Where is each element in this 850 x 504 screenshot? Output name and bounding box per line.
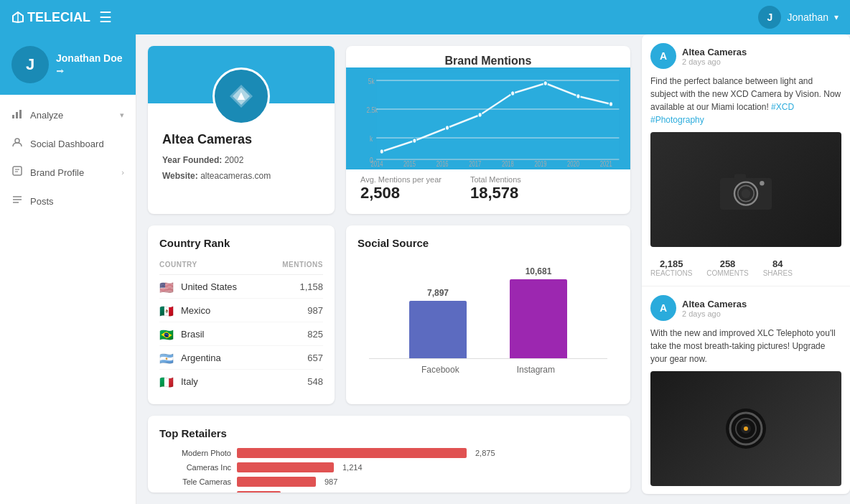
retailer-value: 2,875 <box>475 449 495 457</box>
svg-text:k: k <box>370 134 373 143</box>
facebook-value: 7,897 <box>427 288 449 298</box>
mentions-stats: Avg. Mentions per year 2,508 Total Menti… <box>346 169 630 214</box>
retailer-row: Cameras Inc 1,214 <box>159 462 619 472</box>
social-card-body: Social Source 7,897 10,681 Faceboo <box>346 225 630 389</box>
brand-card-header: ▲ <box>148 46 335 103</box>
logo: TELECIAL <box>11 10 90 25</box>
retailer-bar <box>237 448 467 458</box>
retailers-chart: Modern Photo 2,875 Cameras Inc 1,214 Tel… <box>159 448 619 493</box>
retailer-label: Modern Photo <box>159 449 231 457</box>
sidebar-item-label: Posts <box>30 196 54 207</box>
retailer-row: Tele Cameras 987 <box>159 477 619 487</box>
profile-info: Jonathan Doe ⮕ <box>56 52 123 77</box>
brand-logo-circle: ▲ <box>212 67 270 125</box>
post-image-2 <box>650 371 841 486</box>
post-time: 2 days ago <box>682 57 747 66</box>
svg-rect-6 <box>13 167 22 175</box>
svg-rect-39 <box>376 73 619 159</box>
social-source-card: Social Source 7,897 10,681 Faceboo <box>346 225 630 404</box>
row-2: Country Rank COUNTRY MENTIONS 🇺🇸 United … <box>148 225 630 404</box>
country-mentions: 987 <box>307 305 323 316</box>
brand-mentions-chart-svg: 5k 2.5k k 0 <box>352 73 625 167</box>
country-mentions: 1,158 <box>299 281 323 292</box>
country-name: Italy <box>181 376 307 387</box>
retailer-bar <box>237 462 334 472</box>
retailer-value: 1,214 <box>342 463 363 472</box>
country-flag: 🇮🇹 <box>159 375 175 387</box>
col-mentions: MENTIONS <box>282 261 323 269</box>
svg-rect-4 <box>19 110 22 118</box>
country-table-row: 🇮🇹 Italy 548 <box>159 370 323 393</box>
avg-mentions-stat: Avg. Mentions per year 2,508 <box>360 175 442 202</box>
sidebar-item-social-dashboard[interactable]: Social Dashboard <box>0 129 136 158</box>
sidebar-item-label: Analyze <box>30 110 63 121</box>
retailer-value: 547 <box>289 492 302 493</box>
analyze-icon <box>11 108 23 122</box>
retailer-label: Tele Cameras <box>159 477 231 486</box>
svg-text:2019: 2019 <box>535 160 547 167</box>
brand-name: Altea Cameras <box>162 132 320 147</box>
svg-rect-2 <box>12 115 14 118</box>
topnav-username: Jonathan <box>787 11 828 23</box>
retailer-row: Modern Photo 2,875 <box>159 448 619 458</box>
svg-text:2018: 2018 <box>502 160 514 167</box>
svg-text:2021: 2021 <box>600 160 612 167</box>
topnav-right: J Jonathan ▾ <box>758 6 839 29</box>
svg-text:2.5k: 2.5k <box>367 106 378 114</box>
shares-value: 84 <box>763 258 793 269</box>
country-table-row: 🇧🇷 Brasil 825 <box>159 322 323 346</box>
topnav-left: TELECIAL ☰ <box>11 9 112 26</box>
avg-value: 2,508 <box>360 184 442 202</box>
country-flag: 🇲🇽 <box>159 304 175 316</box>
avg-label: Avg. Mentions per year <box>360 175 442 184</box>
facebook-bar <box>409 301 467 358</box>
country-flag: 🇧🇷 <box>159 328 175 340</box>
retailer-bar <box>237 491 281 493</box>
country-table-row: 🇦🇷 Argentina 657 <box>159 346 323 370</box>
mentions-chart: 5k 2.5k k 0 <box>346 67 630 169</box>
retailer-row: Elec Kits 547 <box>159 491 619 493</box>
top-retailers-card: Top Retailers Modern Photo 2,875 Cameras… <box>148 416 630 493</box>
topnav-chevron-icon[interactable]: ▾ <box>834 12 839 22</box>
post-reactions: 2,185 REACTIONS 258 COMMENTS 84 SHARES <box>650 253 841 277</box>
post-meta: Altea Cameras 2 days ago <box>682 47 747 66</box>
posts-icon <box>11 194 23 208</box>
retailer-label: Cameras Inc <box>159 463 231 472</box>
country-table-header: COUNTRY MENTIONS <box>159 258 323 275</box>
svg-text:2015: 2015 <box>403 160 416 167</box>
brand-logo-icon: ▲ <box>227 82 256 111</box>
post-header: A Altea Cameras 2 days ago <box>650 295 841 321</box>
country-name: Brasil <box>181 329 307 340</box>
sidebar-item-analyze[interactable]: Analyze ▾ <box>0 101 136 129</box>
country-name: Mexico <box>181 305 307 316</box>
camera-image-icon <box>717 168 775 211</box>
hamburger-icon[interactable]: ☰ <box>99 9 112 26</box>
retailer-bar <box>237 477 316 487</box>
sidebar-item-brand-profile[interactable]: Brand Profile › <box>0 158 136 187</box>
brand-profile-card: ▲ Altea Cameras Year Founded: 2002 Websi… <box>148 46 335 214</box>
facebook-bar-wrap: 7,897 <box>409 288 467 358</box>
country-rank-title: Country Rank <box>159 237 323 249</box>
sidebar-profile: J Jonathan Doe ⮕ <box>0 34 136 95</box>
total-value: 18,578 <box>470 184 521 202</box>
instagram-value: 10,681 <box>526 266 552 276</box>
reactions-stat: 2,185 REACTIONS <box>650 258 692 277</box>
svg-text:5k: 5k <box>368 77 375 85</box>
top-navbar: TELECIAL ☰ J Jonathan ▾ <box>0 0 850 34</box>
social-dashboard-icon <box>11 136 23 151</box>
profile-login-icon: ⮕ <box>56 67 123 77</box>
mentions-title: Brand Mentions <box>360 55 616 67</box>
country-table-body: 🇺🇸 United States 1,158 🇲🇽 Mexico 987 🇧🇷 … <box>159 275 323 393</box>
instagram-bar-wrap: 10,681 <box>510 266 567 358</box>
col-country: COUNTRY <box>159 261 197 269</box>
shares-stat: 84 SHARES <box>763 258 793 277</box>
reactions-label: REACTIONS <box>650 269 692 277</box>
posts-container: A Altea Cameras 2 days ago Find the perf… <box>642 34 850 494</box>
comments-label: COMMENTS <box>706 269 748 277</box>
country-mentions: 657 <box>307 353 323 363</box>
country-name: United States <box>181 281 299 292</box>
sidebar-item-posts[interactable]: Posts <box>0 187 136 215</box>
retailer-value: 987 <box>324 477 337 486</box>
svg-text:2014: 2014 <box>371 160 383 167</box>
topnav-avatar: J <box>758 6 781 29</box>
